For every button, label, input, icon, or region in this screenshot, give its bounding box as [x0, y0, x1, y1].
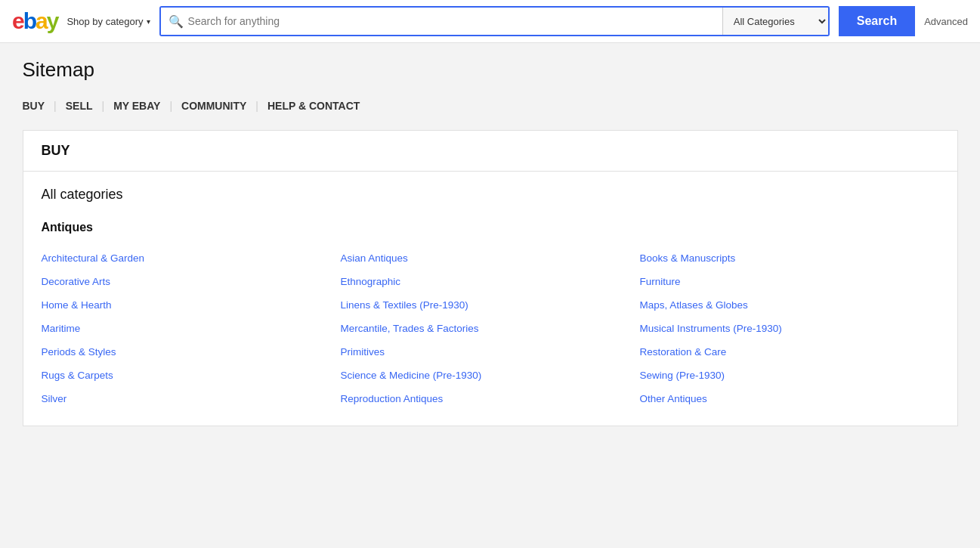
section-title: BUY [42, 143, 70, 158]
shop-by-category-button[interactable]: Shop by category ▾ [66, 16, 150, 27]
link-ethnographic[interactable]: Ethnographic [341, 270, 640, 293]
link-furniture[interactable]: Furniture [640, 270, 939, 293]
page-title: Sitemap [23, 58, 958, 82]
sitemap-nav: BUY | SELL | MY EBAY | COMMUNITY | HELP … [23, 97, 958, 115]
link-silver[interactable]: Silver [42, 387, 341, 410]
section-header: BUY [23, 131, 957, 172]
nav-sell[interactable]: SELL [66, 97, 93, 115]
link-restoration-care[interactable]: Restoration & Care [640, 340, 939, 364]
logo-y: y [47, 10, 58, 33]
chevron-down-icon: ▾ [147, 17, 150, 26]
nav-myebay[interactable]: MY EBAY [113, 97, 160, 115]
section-box: BUY All categories Antiques Architectura… [23, 130, 958, 426]
page-content: Sitemap BUY | SELL | MY EBAY | COMMUNITY… [11, 43, 970, 441]
nav-sep-1: | [54, 100, 57, 112]
search-input-wrapper: 🔍 [161, 8, 722, 35]
link-maps-atlases[interactable]: Maps, Atlases & Globes [640, 293, 939, 317]
link-architectural-garden[interactable]: Architectural & Garden [42, 246, 341, 270]
link-asian-antiques[interactable]: Asian Antiques [341, 246, 640, 270]
search-bar: 🔍 All Categories [159, 6, 830, 36]
nav-sep-2: | [101, 100, 104, 112]
category-select[interactable]: All Categories [722, 8, 828, 35]
logo-e: e [12, 10, 23, 33]
link-science-medicine[interactable]: Science & Medicine (Pre-1930) [341, 364, 640, 387]
search-button[interactable]: Search [839, 6, 915, 36]
link-periods-styles[interactable]: Periods & Styles [42, 340, 341, 364]
link-sewing[interactable]: Sewing (Pre-1930) [640, 364, 939, 387]
nav-sep-4: | [255, 100, 258, 112]
search-input[interactable] [188, 15, 715, 27]
link-other-antiques[interactable]: Other Antiques [640, 387, 939, 410]
link-books-manuscripts[interactable]: Books & Manuscripts [640, 246, 939, 270]
link-musical-instruments[interactable]: Musical Instruments (Pre-1930) [640, 317, 939, 340]
link-primitives[interactable]: Primitives [341, 340, 640, 364]
nav-sep-3: | [169, 100, 172, 112]
nav-buy[interactable]: BUY [23, 97, 45, 115]
advanced-search-link[interactable]: Advanced [924, 16, 968, 27]
link-rugs-carpets[interactable]: Rugs & Carpets [42, 364, 341, 387]
link-decorative-arts[interactable]: Decorative Arts [42, 270, 341, 293]
ebay-logo[interactable]: ebay [12, 10, 57, 33]
link-reproduction-antiques[interactable]: Reproduction Antiques [341, 387, 640, 410]
nav-community[interactable]: COMMUNITY [181, 97, 246, 115]
all-categories-title: All categories [42, 187, 939, 203]
link-linens-textiles[interactable]: Linens & Textiles (Pre-1930) [341, 293, 640, 317]
link-maritime[interactable]: Maritime [42, 317, 341, 340]
logo-b: b [23, 10, 36, 33]
logo-a: a [36, 10, 47, 33]
header: ebay Shop by category ▾ 🔍 All Categories… [0, 0, 980, 43]
search-icon: 🔍 [168, 14, 184, 29]
antiques-group-title: Antiques [42, 221, 939, 234]
nav-help[interactable]: HELP & CONTACT [267, 97, 360, 115]
link-home-hearth[interactable]: Home & Hearth [42, 293, 341, 317]
link-mercantile[interactable]: Mercantile, Trades & Factories [341, 317, 640, 340]
section-body: All categories Antiques Architectural & … [23, 172, 957, 426]
antiques-category-grid: Architectural & Garden Asian Antiques Bo… [42, 246, 939, 410]
shop-by-category-label: Shop by category [66, 16, 143, 27]
